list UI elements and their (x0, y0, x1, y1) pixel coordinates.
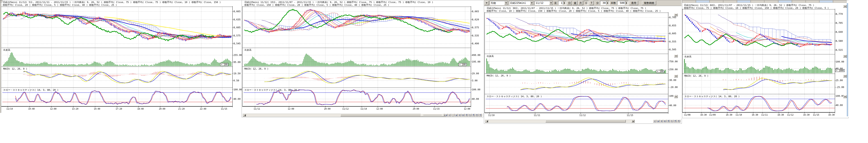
price-pane-dropdown[interactable] (674, 13, 678, 16)
volume-axis-tick: 750.00 (669, 60, 678, 63)
chart-canvas-15min[interactable] (242, 0, 484, 113)
price-axis-tick: 8,605 (669, 32, 676, 35)
time-axis-label: 16:30 (752, 114, 758, 116)
scrollbar-track[interactable] (246, 114, 443, 116)
time-axis-label: 11/09 (709, 114, 716, 116)
chart-canvas-30min[interactable] (484, 0, 682, 118)
daily-bars-button[interactable]: 日 (567, 1, 572, 5)
tool-button-8[interactable]: L (468, 114, 472, 116)
tool-button-8[interactable]: A (677, 120, 680, 122)
scrollbar-thumb[interactable] (546, 120, 626, 122)
toolbar-segment[interactable] (751, 0, 764, 3)
tick-bars-button[interactable]: T (589, 1, 594, 5)
volume-pane-dropdown[interactable] (843, 55, 847, 58)
scrollbar-track[interactable] (488, 120, 631, 122)
chevron-down-icon[interactable] (530, 1, 533, 5)
tool-button-1[interactable]: ⊥ (653, 120, 656, 122)
chart-window-60min: 日経225mini 11/12( 60分, 2011/11/07 - 2011/… (682, 0, 848, 118)
toolbar-segment[interactable] (723, 0, 737, 3)
macd-pane-dropdown[interactable] (843, 75, 847, 78)
spinner-arrows-icon[interactable] (606, 1, 609, 5)
tool-button-11[interactable]: V (479, 114, 482, 116)
tool-button-2[interactable]: ▲ (657, 120, 660, 122)
chevron-down-icon[interactable] (549, 1, 553, 5)
toolbar-segment[interactable] (765, 0, 778, 3)
scroll-left-button[interactable] (485, 120, 488, 122)
apply-button[interactable]: 適用 (629, 1, 638, 5)
scroll-right-button[interactable] (631, 120, 634, 122)
stoch-section-label: スロー・ストキャスティクス( 14, 3, 80, 20 ) (684, 95, 740, 98)
macd-axis-tick: 3.00 (472, 79, 478, 82)
tool-button-10[interactable]: A (475, 114, 478, 116)
left-frame-strip (0, 0, 1, 113)
scroll-left-button[interactable] (243, 114, 246, 116)
bar-type-label: 足 (554, 1, 557, 5)
stoch-section-label: スロー・ストキャスティクス( 14, 3, 80, 20 ) (244, 88, 300, 92)
tool-button-5[interactable]: D (667, 120, 670, 122)
time-axis-label: 16:30 (828, 114, 835, 116)
toolbar-segment[interactable] (737, 0, 750, 3)
toolbar-segment[interactable] (819, 0, 833, 3)
bar-interval-spinner[interactable]: 1 (558, 1, 566, 5)
time-axis-label: 10:40 (28, 108, 35, 110)
time-axis-label: 11/12 (787, 114, 794, 116)
bar-count-spinner[interactable]: 500 (617, 1, 628, 5)
toolbar-segment[interactable] (696, 0, 709, 3)
minute-interval-spinner[interactable]: 30 (600, 1, 610, 5)
monthly-bars-button[interactable]: 月 (578, 1, 583, 5)
price-pane-dropdown[interactable] (843, 5, 847, 8)
tool-button-4[interactable]: ▲ (455, 114, 458, 116)
horizontal-scrollbar[interactable] (485, 120, 635, 123)
chart-canvas-60min[interactable] (682, 0, 849, 117)
chart-canvas-5min[interactable] (0, 0, 242, 113)
volume-pane-dropdown[interactable] (674, 55, 678, 57)
volume-axis-tick: 250.00 (669, 68, 678, 71)
tool-button-1[interactable]: ◢ (444, 114, 448, 116)
spinner-arrows-icon[interactable] (563, 1, 566, 5)
window-control-box[interactable] (0, 0, 2, 2)
zoom-slider[interactable] (421, 114, 444, 116)
tool-button-6[interactable]: L (670, 120, 674, 122)
minute-bars-button[interactable]: 分 (584, 1, 589, 5)
tool-button-6[interactable]: ▶ (462, 114, 465, 116)
tool-button-3[interactable]: ▪ (660, 120, 663, 122)
toolbar-segment[interactable] (710, 0, 723, 3)
time-axis-label: 11/11 (534, 114, 540, 116)
chart-window-15min: 日経225mini 11/12( 15分, 2011/11/07 - 2011/… (242, 0, 484, 117)
vertical-scrollbar[interactable] (847, 3, 848, 116)
toolbar-segment[interactable] (833, 0, 846, 3)
contract-month-select[interactable]: 11/12 (535, 1, 553, 5)
toolbar-segment[interactable] (806, 0, 819, 3)
instrument-select[interactable]: 日経225mini (509, 1, 534, 5)
tool-button-2[interactable]: ⊥ (448, 114, 451, 116)
time-axis-label: 11/15 (813, 114, 819, 116)
toolbar-segment[interactable] (682, 0, 696, 3)
macd-axis-tick: -25.00 (836, 86, 844, 89)
tool-button-3[interactable] (451, 114, 455, 116)
stoch-section-label: スロー・ストキャスティクス( 14, 3, 80, 20 ) (3, 88, 58, 92)
stoch-pane-dropdown[interactable] (843, 95, 847, 98)
toolbar-overflow-dropdown[interactable] (485, 1, 489, 5)
tool-button-5[interactable]: ▪ (458, 114, 461, 116)
multi-symbol-button[interactable]: 複数銘柄 (642, 1, 656, 5)
chart-settings-toolbar: 先物 日経225mini 11/12 足 1 日 週 月 分 T 分 30 本数… (484, 0, 682, 6)
tool-button-7[interactable]: R (674, 120, 677, 122)
macd-pane-dropdown[interactable] (674, 75, 678, 78)
spinner-arrows-icon[interactable] (625, 1, 628, 5)
tool-button-7[interactable]: D (465, 114, 468, 116)
tool-button-4[interactable]: ▶ (663, 120, 666, 122)
stoch-section-label: スロー・ストキャスティクス( 14, 3, 80, 20 ) (487, 95, 542, 98)
toolbar-segment[interactable] (778, 0, 792, 3)
market-select[interactable]: 先物 (490, 1, 508, 5)
scrollbar-thumb[interactable] (340, 114, 427, 116)
weekly-bars-button[interactable]: 週 (573, 1, 578, 5)
price-axis-tick: 8,580 (836, 39, 843, 42)
horizontal-scrollbar[interactable] (243, 114, 446, 117)
chevron-down-icon[interactable] (504, 1, 508, 5)
tool-button-9[interactable]: R (472, 114, 475, 116)
volume-axis-tick: 100.00 (836, 60, 844, 63)
volume-axis-tick: 195.00 (472, 60, 480, 63)
time-axis-label: 11/15 (433, 108, 440, 110)
stoch-pane-dropdown[interactable] (674, 95, 678, 98)
toolbar-segment[interactable] (792, 0, 806, 3)
